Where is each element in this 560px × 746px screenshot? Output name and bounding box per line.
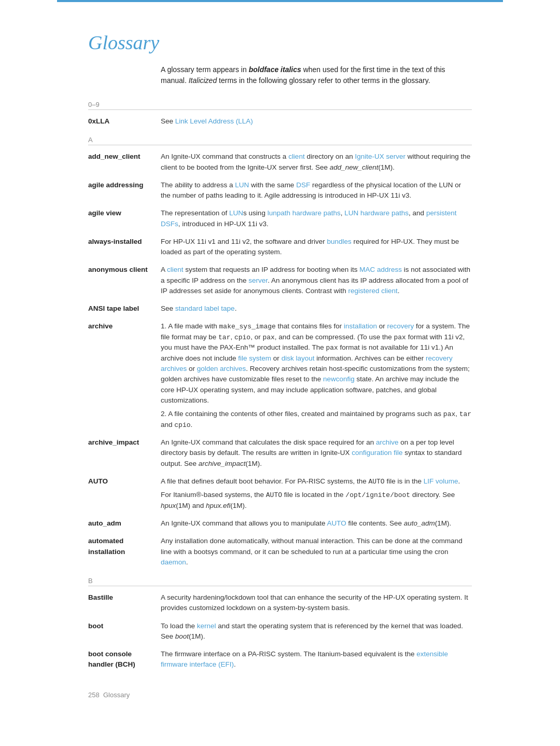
entry-definition: A security hardening/lockdown tool that … (161, 592, 472, 614)
glossary-link[interactable]: Link Level Address (LLA) (175, 117, 253, 125)
glossary-entry: archive1. A file made with make_sys_imag… (88, 321, 472, 430)
glossary-entry: add_new_clientAn Ignite-UX command that … (88, 151, 472, 173)
entry-term: agile view (88, 208, 161, 229)
glossary-link[interactable]: configuration file (352, 449, 402, 457)
entry-term: add_new_client (88, 151, 161, 173)
entry-definition: An Ignite-UX command that allows you to … (161, 518, 472, 529)
glossary-entry: 0xLLASee Link Level Address (LLA) (88, 116, 472, 127)
entry-term: 0xLLA (88, 116, 161, 127)
glossary-link[interactable]: LUN (235, 181, 249, 189)
glossary-link[interactable]: client (167, 266, 184, 273)
entry-term: ANSI tape label (88, 303, 161, 314)
entry-definition: 1. A file made with make_sys_image that … (161, 321, 472, 430)
intro-text: A glossary term appears in boldface ital… (161, 64, 472, 86)
entry-term: auto_adm (88, 518, 161, 529)
glossary-link[interactable]: server (248, 277, 268, 284)
entry-term: archive (88, 321, 161, 430)
entry-term: AUTO (88, 476, 161, 511)
glossary-link[interactable]: LIF volume (424, 477, 458, 485)
entry-term: Bastille (88, 592, 161, 614)
entry-term: anonymous client (88, 265, 161, 296)
entry-definition: To load the kernel and start the operati… (161, 621, 472, 642)
entry-definition: For HP-UX 11i v1 and 11i v2, the softwar… (161, 237, 472, 258)
glossary-entry: bootTo load the kernel and start the ope… (88, 621, 472, 642)
footer: 258 Glossary (88, 691, 472, 699)
glossary-link[interactable]: registered client (348, 287, 397, 295)
entry-definition: The ability to address a LUN with the sa… (161, 180, 472, 201)
entry-term: agile addressing (88, 180, 161, 201)
entry-definition: A client system that requests an IP addr… (161, 265, 472, 296)
intro-text-3: terms in the following glossary refer to… (217, 76, 430, 85)
glossary-link[interactable]: archive (376, 438, 399, 446)
glossary-entry: boot console handler (BCH)The firmware i… (88, 649, 472, 670)
glossary-link[interactable]: LUN (229, 209, 243, 217)
glossary-entry: anonymous clientA client system that req… (88, 265, 472, 296)
glossary-link[interactable]: LUN hardware paths (344, 209, 409, 217)
glossary-link[interactable]: kernel (197, 622, 216, 630)
entry-term: always-installed (88, 237, 161, 258)
page: Glossary A glossary term appears in bold… (57, 0, 503, 730)
page-title: Glossary (88, 31, 472, 54)
section-header: B (88, 577, 472, 586)
entry-definition: An Ignite-UX command that calculates the… (161, 437, 472, 469)
entry-term: boot (88, 621, 161, 642)
sections-container: 0–90xLLASee Link Level Address (LLA)Aadd… (88, 101, 472, 670)
intro-italic: Italicized (189, 76, 217, 85)
entry-definition: Any installation done automatically, wit… (161, 536, 472, 568)
glossary-link[interactable]: MAC address (359, 266, 402, 273)
entry-term: automated installation (88, 536, 161, 568)
top-border (57, 0, 503, 2)
glossary-link[interactable]: bundles (327, 238, 351, 245)
glossary-entry: AUTOA file that defines default boot beh… (88, 476, 472, 511)
glossary-link[interactable]: installation (344, 322, 377, 330)
glossary-entry: archive_impactAn Ignite-UX command that … (88, 437, 472, 469)
footer-label: Glossary (103, 691, 130, 699)
glossary-entry: BastilleA security hardening/lockdown to… (88, 592, 472, 614)
glossary-link[interactable]: client (288, 153, 305, 160)
glossary-link[interactable]: standard label tape (175, 305, 235, 312)
glossary-entry: automated installationAny installation d… (88, 536, 472, 568)
glossary-entry: always-installedFor HP-UX 11i v1 and 11i… (88, 237, 472, 258)
glossary-link[interactable]: file system (238, 354, 271, 362)
footer-page-number: 258 (88, 691, 100, 699)
glossary-link[interactable]: AUTO (327, 519, 346, 527)
entry-definition: See standard label tape. (161, 303, 472, 314)
glossary-link[interactable]: newconfig (323, 375, 355, 383)
entry-definition: See Link Level Address (LLA) (161, 116, 472, 127)
entry-definition: The firmware interface on a PA-RISC syst… (161, 649, 472, 670)
intro-bold-italic: boldface italics (249, 65, 301, 74)
glossary-link[interactable]: Ignite-UX server (355, 153, 405, 160)
glossary-link[interactable]: daemon (161, 558, 186, 566)
intro-text-1: A glossary term appears in (161, 65, 249, 74)
glossary-entry: ANSI tape labelSee standard label tape. (88, 303, 472, 314)
entry-term: archive_impact (88, 437, 161, 469)
glossary-link[interactable]: extensible firmware interface (EFI) (161, 650, 448, 668)
glossary-link[interactable]: DSF (296, 181, 310, 189)
entry-definition: The representation of LUNs using lunpath… (161, 208, 472, 229)
glossary-entry: auto_admAn Ignite-UX command that allows… (88, 518, 472, 529)
glossary-entry: agile viewThe representation of LUNs usi… (88, 208, 472, 229)
entry-definition: An Ignite-UX command that constructs a c… (161, 151, 472, 173)
glossary-link[interactable]: lunpath hardware paths (268, 209, 341, 217)
glossary-link[interactable]: recovery (387, 322, 414, 330)
section-header: A (88, 136, 472, 145)
glossary-link[interactable]: golden archives (197, 365, 246, 372)
glossary-entry: agile addressingThe ability to address a… (88, 180, 472, 201)
entry-term: boot console handler (BCH) (88, 649, 161, 670)
entry-definition: A file that defines default boot behavio… (161, 476, 472, 511)
glossary-link[interactable]: disk layout (282, 354, 315, 362)
section-header: 0–9 (88, 101, 472, 110)
